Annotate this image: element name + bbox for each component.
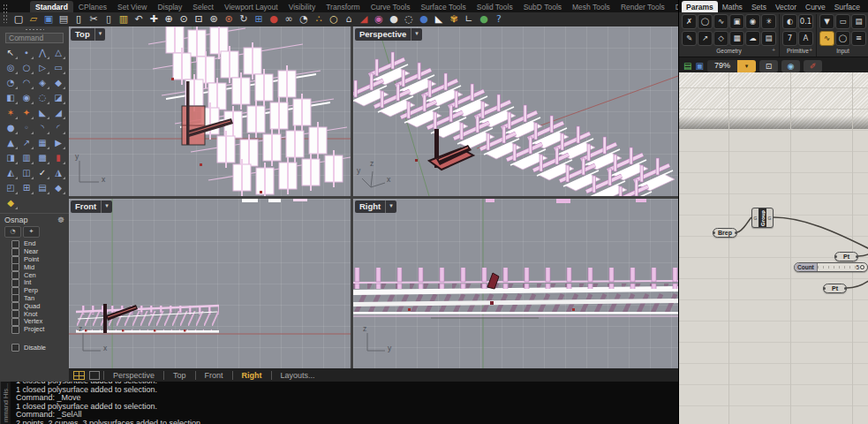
new-definition-icon[interactable]: ▤ (683, 60, 691, 72)
tool-icon[interactable]: ◔ (4, 76, 19, 90)
brep-param-node[interactable]: Brep (713, 228, 737, 238)
checkbox[interactable] (11, 294, 19, 302)
tool-icon[interactable]: ▶ (51, 136, 66, 150)
wedge-icon[interactable]: ◣ (433, 13, 445, 26)
lamp-icon[interactable]: ○ (328, 13, 340, 26)
osnap-checkbox[interactable]: Point (11, 256, 64, 264)
viewport-perspective[interactable]: Perspective ▾ y z x (353, 26, 678, 196)
tool-icon[interactable]: ▤ (35, 181, 50, 195)
tool-icon[interactable]: ◰ (4, 181, 19, 195)
toolbar-tab[interactable]: Viewport Layout (219, 1, 283, 12)
checkbox[interactable] (11, 344, 19, 352)
tool-icon[interactable]: ◮ (51, 166, 66, 180)
single-pane-layout-icon[interactable] (89, 371, 100, 380)
cplane-icon[interactable]: ◔ (298, 13, 310, 26)
copy-page-icon[interactable]: ▯ (72, 13, 85, 26)
save-definition-icon[interactable]: ▣ (695, 60, 703, 72)
toolbar-tab[interactable]: Curve Tools (366, 1, 416, 12)
shaded-mode-icon[interactable]: ● (388, 13, 400, 26)
toolbar-tab[interactable]: Drafting (670, 1, 678, 12)
grasshopper-category-tab[interactable]: Mesh (864, 1, 868, 12)
param-circle-icon[interactable]: ◯ (698, 14, 713, 29)
gear-icon[interactable]: ☸ (57, 216, 64, 224)
tool-icon[interactable]: ● (4, 121, 19, 135)
sketch-brush-icon[interactable]: ✐ (804, 60, 822, 72)
group-input-port[interactable]: G (752, 208, 759, 227)
tool-icon[interactable]: ↗ (19, 136, 34, 150)
tool-icon[interactable]: ◪ (51, 91, 66, 105)
osnap-checkbox[interactable]: Perp (11, 287, 64, 295)
zoom-window-icon[interactable]: ⊡ (192, 13, 205, 26)
tool-icon[interactable]: ◭ (4, 166, 19, 180)
viewport-title[interactable]: Front (71, 201, 101, 213)
param-box-icon[interactable]: ▦ (729, 31, 744, 46)
group-component-node[interactable]: G Group G (751, 208, 774, 228)
duplicate-icon[interactable]: ▯ (102, 13, 115, 26)
named-view-icon[interactable]: ● (268, 13, 280, 26)
group-output-port[interactable]: G (766, 208, 773, 227)
osnap-checkbox[interactable]: Project (11, 326, 64, 334)
tool-icon[interactable]: ↖ (4, 46, 19, 60)
toolbar-tab[interactable]: Surface Tools (415, 1, 471, 12)
zoom-dropdown-icon[interactable]: ▾ (737, 60, 756, 72)
param-cloud-icon[interactable]: ☁ (745, 31, 760, 46)
toolbar-tab[interactable]: Display (152, 1, 187, 12)
toolbar-tab[interactable]: CPlanes (73, 1, 112, 12)
osnap-checkbox[interactable]: End (11, 240, 64, 248)
tool-icon[interactable]: ◜ (51, 121, 66, 135)
osnap-checkbox[interactable]: Cen (11, 271, 64, 279)
toolbar-tab[interactable]: Standard (30, 1, 73, 12)
expand-group-icon[interactable]: + (809, 47, 812, 53)
four-pane-layout-icon[interactable] (73, 371, 85, 380)
tool-icon[interactable]: ◫ (19, 166, 34, 180)
point-param-node[interactable]: Pt (834, 252, 858, 261)
point-param-node[interactable]: Pt (823, 284, 847, 293)
toolbar-tab[interactable]: Select (187, 1, 219, 12)
panel-icon[interactable]: ≡ (851, 31, 866, 46)
slider-handle[interactable] (860, 265, 864, 269)
gear-flower-icon[interactable]: ✾ (448, 13, 460, 26)
preview-eye-icon[interactable]: ◉ (781, 60, 800, 72)
toolbar-tab[interactable]: Render Tools (615, 1, 670, 12)
param-plane-icon[interactable]: ◇ (713, 31, 728, 46)
checkbox[interactable] (11, 279, 19, 287)
chevron-down-icon[interactable]: ▾ (94, 28, 106, 41)
tool-icon[interactable]: ◉ (19, 91, 34, 105)
checkbox[interactable] (11, 326, 19, 334)
boolean-toggle-icon[interactable]: ▭ (835, 14, 850, 29)
lock-icon[interactable]: ⌂ (343, 13, 355, 26)
param-point-icon[interactable]: ✎ (682, 31, 697, 46)
osnap-persistent-tab-icon[interactable]: ◔ (4, 226, 21, 238)
viewport-layout-icon[interactable]: ⊞ (253, 13, 265, 26)
tool-icon[interactable]: ◌ (35, 91, 50, 105)
tool-icon[interactable]: ◆ (51, 76, 66, 90)
selection-filter-icon[interactable]: ◢ (358, 13, 370, 26)
command-history-sidebar-label[interactable]: mmand His... (0, 382, 11, 424)
checkbox[interactable] (11, 318, 19, 326)
tool-icon[interactable]: ◆ (4, 196, 19, 210)
param-curve-icon[interactable]: ∿ (713, 14, 728, 29)
checkbox[interactable] (11, 271, 19, 279)
knob-icon[interactable]: ◯ (835, 31, 850, 46)
move-icon[interactable]: ⊕ (162, 13, 175, 26)
new-file-icon[interactable]: ▢ (12, 13, 25, 26)
tool-icon[interactable]: ○ (19, 61, 34, 75)
param-integer-icon[interactable]: 7 (782, 31, 797, 46)
tool-icon[interactable]: ◈ (35, 76, 50, 90)
command-history-panel[interactable]: mmand His... 1 closed polysurface added … (0, 382, 678, 424)
tool-icon[interactable]: ▩ (35, 151, 50, 165)
zoom-level-field[interactable]: 79% (707, 60, 737, 72)
tool-icon[interactable]: ◠ (19, 76, 34, 90)
viewport-top[interactable]: Top ▾ y x (69, 26, 351, 196)
param-hand-icon[interactable]: ▤ (761, 31, 776, 46)
pan-hand-icon[interactable]: ✚ (147, 13, 160, 26)
tool-icon[interactable]: ◝ (35, 121, 50, 135)
tool-icon[interactable]: ∙ (19, 46, 34, 60)
param-mesh-icon[interactable]: ✳ (761, 14, 776, 29)
param-brep-icon[interactable]: ◉ (745, 14, 760, 29)
tool-icon[interactable]: ▷ (35, 61, 50, 75)
viewport-title[interactable]: Perspective (355, 28, 411, 41)
axis-widget-icon[interactable]: ∟ (463, 13, 475, 26)
zoom-selected-icon[interactable]: ⊚ (208, 13, 220, 26)
param-vector-icon[interactable]: ↗ (698, 31, 713, 46)
